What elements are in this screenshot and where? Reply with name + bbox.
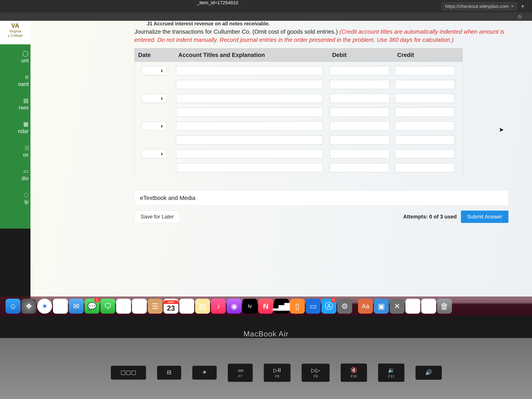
col-date: Date bbox=[134, 48, 175, 62]
debit-input[interactable] bbox=[330, 149, 389, 158]
date-select[interactable]: ▴▾ bbox=[141, 94, 166, 103]
news-icon[interactable]: N bbox=[258, 299, 273, 314]
submit-answer-button[interactable]: Submit Answer bbox=[461, 211, 508, 223]
sidebar-item-dashboard[interactable]: ⧇ oard bbox=[0, 69, 29, 92]
account-title-input[interactable] bbox=[176, 121, 323, 131]
calendar-icon: ▦ bbox=[23, 121, 29, 127]
attempts-counter: Attempts: 0 of 3 used bbox=[403, 214, 457, 220]
credit-input[interactable] bbox=[395, 108, 455, 117]
account-title-input[interactable] bbox=[176, 163, 323, 172]
account-title-input[interactable] bbox=[176, 66, 323, 75]
facetime-icon[interactable]: 🗨 bbox=[100, 299, 115, 314]
launchpad-icon[interactable]: ❖ bbox=[21, 299, 36, 314]
textedit-icon[interactable]: ▤ bbox=[421, 299, 436, 314]
dictionary-icon[interactable]: Aa bbox=[358, 299, 373, 314]
table-row: ▴▾ bbox=[134, 64, 462, 78]
credit-input[interactable] bbox=[395, 121, 455, 131]
podcasts-icon[interactable]: ◉ bbox=[227, 299, 242, 314]
safari-icon[interactable]: ✶ bbox=[37, 299, 52, 314]
date-select[interactable]: ▴▾ bbox=[141, 149, 166, 158]
finder-icon[interactable]: ☺ bbox=[6, 299, 20, 314]
chrome-icon[interactable]: ◍ bbox=[53, 299, 68, 314]
notes-icon[interactable]: ▤ bbox=[195, 299, 210, 314]
appstore-icon[interactable]: Ⓐ5 bbox=[321, 299, 336, 314]
date-select[interactable]: ▴▾ bbox=[141, 66, 166, 75]
table-header: Date Account Titles and Explanation Debi… bbox=[134, 48, 463, 62]
etextbook-media-button[interactable]: eTextbook and Media bbox=[134, 190, 508, 206]
debit-input[interactable] bbox=[330, 80, 389, 89]
contacts-icon[interactable]: ☰ bbox=[148, 299, 163, 314]
key-f5: ⊟ bbox=[157, 366, 181, 380]
sidebar-item-courses[interactable]: ▤ rses bbox=[0, 92, 29, 116]
keyboard-fn-row: ▢▢▢ ⊟ ☀ ◃◃F7 ▷IIF8 ▷▷F9 🔇F10 🔉F11 🔊 bbox=[111, 363, 532, 382]
debit-input[interactable] bbox=[330, 66, 389, 75]
key-f10: 🔇F10 bbox=[341, 364, 367, 382]
music-icon[interactable]: ♪ bbox=[211, 299, 226, 314]
system-preferences-icon[interactable]: ⚙ bbox=[337, 299, 352, 314]
debit-input[interactable] bbox=[330, 94, 389, 103]
credit-input[interactable] bbox=[395, 135, 455, 145]
debit-input[interactable] bbox=[330, 121, 389, 131]
credit-input[interactable] bbox=[395, 94, 455, 103]
maps-icon[interactable]: ✈ bbox=[116, 299, 131, 314]
photos-icon[interactable]: ✿ bbox=[132, 299, 147, 314]
key-label: F11 bbox=[388, 374, 394, 379]
table-body: ▴▾ ▴▾ bbox=[134, 62, 463, 177]
logo-sub2: y College bbox=[0, 33, 31, 38]
sidebar-item-inbox[interactable]: ⍃ ox bbox=[0, 139, 29, 163]
prior-step-remnant: J1 Accrued interest revenue on all notes… bbox=[147, 21, 270, 27]
account-title-input[interactable] bbox=[176, 80, 323, 89]
question-instructions: Journalize the transactions for Cullumbe… bbox=[134, 28, 515, 44]
action-bar: Save for Later Attempts: 0 of 3 used Sub… bbox=[134, 209, 508, 224]
table-row: ▴▾ bbox=[134, 147, 462, 161]
studio-icon: ▭ bbox=[23, 168, 29, 174]
close-icon[interactable]: × bbox=[511, 4, 514, 9]
sidebar-item-help[interactable]: ◌ lp bbox=[0, 186, 29, 210]
trash-icon[interactable]: 🗑 bbox=[437, 299, 452, 314]
sidebar-item-label: unt bbox=[21, 58, 29, 63]
table-row bbox=[134, 78, 462, 91]
address-fragment: _item_id=17254910 bbox=[197, 0, 238, 5]
debit-input[interactable] bbox=[330, 135, 389, 145]
stepper-icon: ▴▾ bbox=[161, 97, 165, 100]
keynote-icon[interactable]: ▭ bbox=[306, 299, 321, 314]
browser-tab-bar: _item_id=17254910 https://checkout.wiley… bbox=[0, 0, 532, 13]
key-label: F8 bbox=[275, 374, 279, 379]
numbers-icon[interactable]: ▂▅▇ bbox=[274, 299, 289, 314]
credit-input[interactable] bbox=[395, 66, 455, 75]
account-title-input[interactable] bbox=[176, 94, 323, 103]
appletv-icon[interactable]: tv bbox=[242, 299, 257, 314]
col-account: Account Titles and Explanation bbox=[175, 48, 329, 62]
account-title-input[interactable] bbox=[176, 149, 323, 158]
credit-input[interactable] bbox=[395, 149, 455, 158]
sidebar-item-calendar[interactable]: ▦ ndar bbox=[0, 116, 29, 139]
sidebar-item-account[interactable]: ◯ unt bbox=[0, 45, 29, 69]
preview-icon[interactable]: ▣ bbox=[374, 299, 389, 314]
date-select[interactable]: ▴▾ bbox=[141, 121, 166, 131]
star-icon[interactable]: ☆ bbox=[517, 13, 522, 20]
stepper-icon: ▴▾ bbox=[161, 124, 165, 128]
table-row bbox=[134, 133, 462, 147]
messages-icon[interactable]: 💬2 bbox=[84, 299, 100, 314]
save-for-later-button[interactable]: Save for Later bbox=[134, 211, 180, 223]
credit-input[interactable] bbox=[395, 80, 455, 89]
badge-count: 5 bbox=[331, 298, 336, 303]
books-icon[interactable]: ▯ bbox=[290, 299, 305, 314]
utilities-icon[interactable]: ✕ bbox=[390, 299, 405, 314]
reminders-icon[interactable]: ⋮⋮ bbox=[179, 299, 194, 314]
tv-label: tv bbox=[248, 303, 252, 309]
sidebar-item-studio[interactable]: ▭ dio bbox=[0, 163, 29, 186]
account-title-input[interactable] bbox=[176, 108, 323, 117]
mail-icon[interactable]: ✉ bbox=[69, 299, 84, 314]
browser-tab[interactable]: https://checkout.wileyplus.com × bbox=[441, 2, 518, 11]
key-symbol: ▢▢▢ bbox=[120, 369, 136, 375]
debit-input[interactable] bbox=[330, 163, 389, 172]
key-label: F7 bbox=[238, 374, 242, 379]
new-tab-button[interactable]: + bbox=[519, 2, 526, 10]
calendar-app-icon[interactable]: MAR 23 bbox=[164, 299, 178, 314]
account-title-input[interactable] bbox=[176, 135, 323, 145]
credit-input[interactable] bbox=[395, 163, 455, 172]
pages-icon[interactable]: ▯ bbox=[405, 299, 420, 314]
key-symbol: ☀ bbox=[202, 369, 207, 375]
debit-input[interactable] bbox=[330, 108, 389, 117]
